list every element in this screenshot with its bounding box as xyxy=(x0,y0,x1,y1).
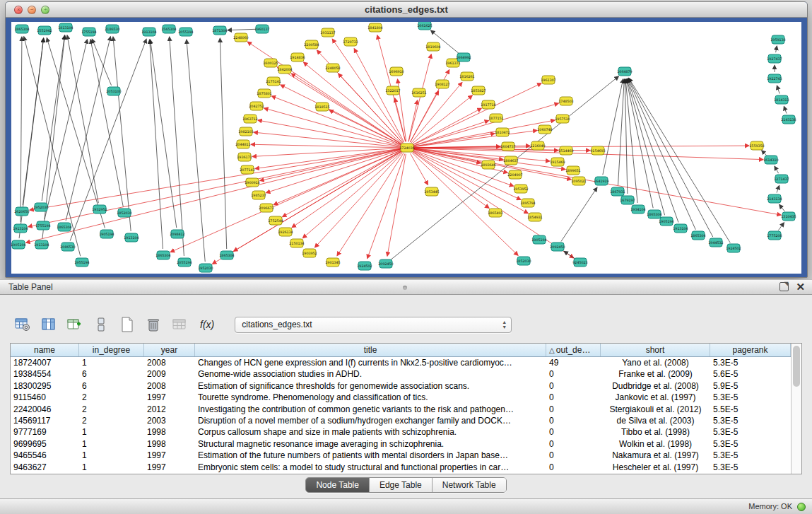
network-node[interactable]: 1960137 xyxy=(254,25,269,33)
network-edge[interactable] xyxy=(413,148,763,159)
network-node[interactable]: 1905194 xyxy=(531,235,546,244)
network-node[interactable]: 1814313 xyxy=(774,95,789,104)
network-node[interactable]: 1908127 xyxy=(435,80,449,88)
network-node[interactable]: 1514469 xyxy=(558,146,573,155)
network-edge[interactable] xyxy=(281,85,401,145)
network-node[interactable]: 1985237 xyxy=(251,191,266,199)
network-edge[interactable] xyxy=(387,154,406,256)
network-node[interactable]: 1905194 xyxy=(99,230,114,238)
network-node[interactable]: 1899651 xyxy=(565,166,580,175)
network-node[interactable]: 2092450 xyxy=(378,259,393,268)
close-panel-icon[interactable]: ✕ xyxy=(796,282,805,291)
network-node[interactable]: 1917718 xyxy=(481,100,495,109)
network-node[interactable]: 1915469 xyxy=(550,158,565,166)
table-row[interactable]: 2242004622012Investigating the contribut… xyxy=(11,404,791,415)
network-edge[interactable] xyxy=(784,106,787,113)
network-node[interactable]: 2096673 xyxy=(259,204,273,212)
network-node[interactable]: 2143138 xyxy=(781,115,796,124)
network-node[interactable]: 2042752 xyxy=(249,102,264,110)
network-node[interactable]: 1604737 xyxy=(500,142,515,151)
network-node[interactable]: 1952030 xyxy=(198,264,213,272)
network-node[interactable]: 1927437 xyxy=(767,54,782,63)
scrollbar-thumb[interactable] xyxy=(793,346,800,387)
table-row[interactable]: 1456911722003Disruption of a novel membe… xyxy=(11,415,791,426)
column-header-out-degree[interactable]: △out_de… xyxy=(546,344,601,356)
network-edge[interactable] xyxy=(762,151,767,156)
network-node[interactable]: 2053100 xyxy=(106,87,121,95)
network-node[interactable]: 1865304 xyxy=(14,25,29,33)
network-edge[interactable] xyxy=(626,79,653,208)
network-node[interactable]: 1934104 xyxy=(630,205,645,214)
network-graph[interactable]: 1724036184180417297331931137220058419148… xyxy=(11,22,801,274)
network-node[interactable]: 1936171 xyxy=(237,153,252,161)
network-node[interactable]: 2086530 xyxy=(60,243,75,251)
network-edge[interactable] xyxy=(413,134,495,147)
network-edge[interactable] xyxy=(412,95,472,144)
network-node[interactable]: 1060748 xyxy=(537,125,552,134)
network-node[interactable]: 2248058 xyxy=(325,64,340,72)
network-edge[interactable] xyxy=(337,153,404,256)
column-header-pagerank[interactable]: pagerank xyxy=(710,344,791,356)
network-node[interactable]: 1913104 xyxy=(124,233,139,242)
tab-network-table[interactable]: Network Table xyxy=(433,478,506,492)
network-node[interactable]: 1841804 xyxy=(367,23,382,32)
network-node[interactable]: 2175141 xyxy=(266,77,281,86)
network-node[interactable]: 2143134 xyxy=(767,194,782,203)
network-node[interactable]: 1893646 xyxy=(481,160,495,169)
network-edge[interactable] xyxy=(564,251,575,259)
network-edge[interactable] xyxy=(408,100,418,141)
network-node[interactable]: 1661625 xyxy=(417,22,432,30)
network-edge[interactable] xyxy=(258,120,401,146)
network-node[interactable]: 2150134 xyxy=(289,239,304,247)
network-edge[interactable] xyxy=(603,79,623,175)
network-node[interactable]: 1865304 xyxy=(647,210,661,218)
network-edge[interactable] xyxy=(277,67,401,144)
table-selector-dropdown[interactable]: citations_edges.txt ▲▼ xyxy=(235,317,512,333)
network-node[interactable]: 2098412 xyxy=(170,230,184,238)
network-node[interactable]: 2077143 xyxy=(240,165,254,174)
table-row[interactable]: 977716911998Corpus callosum shape and si… xyxy=(11,426,791,438)
network-node[interactable]: 1095021 xyxy=(571,177,586,185)
network-node[interactable]: 1641919 xyxy=(594,177,608,185)
network-node[interactable]: 1755194 xyxy=(35,221,50,230)
network-node[interactable]: 1551942 xyxy=(37,26,52,35)
network-node[interactable]: 1931137 xyxy=(320,28,335,37)
table-row[interactable]: 946362711997Embryonic stem cells: a mode… xyxy=(11,462,791,473)
network-node[interactable]: 1953445 xyxy=(424,187,439,196)
network-node[interactable]: 1963712 xyxy=(242,115,257,123)
network-node[interactable]: 1924502 xyxy=(357,262,372,270)
network-node[interactable]: 1865304 xyxy=(57,223,71,231)
network-node[interactable]: 1813104 xyxy=(58,23,73,32)
network-node[interactable]: 1865304 xyxy=(219,251,234,259)
network-node[interactable]: 1905194 xyxy=(11,240,26,249)
network-node[interactable]: 2044811 xyxy=(235,140,250,148)
network-node[interactable]: 1819604 xyxy=(425,42,440,51)
network-node[interactable]: 1752544 xyxy=(268,216,283,225)
network-node[interactable]: 1322017 xyxy=(385,86,400,95)
table-row[interactable]: 1830029562008Estimation of significance … xyxy=(11,380,791,392)
network-node[interactable]: 1729733 xyxy=(343,37,358,46)
network-node[interactable]: 1913104 xyxy=(34,240,49,249)
network-edge[interactable] xyxy=(266,150,401,193)
network-node[interactable]: 2092450 xyxy=(550,243,565,251)
network-node[interactable]: 1905194 xyxy=(659,217,673,226)
network-node[interactable]: 1616251 xyxy=(411,88,426,97)
network-canvas[interactable]: 1724036184180417297331931137220058419148… xyxy=(11,22,801,274)
network-edge[interactable] xyxy=(151,40,177,228)
network-edge[interactable] xyxy=(314,153,402,247)
network-node[interactable]: 1696910 xyxy=(389,67,404,76)
network-node[interactable]: 2248060 xyxy=(233,33,248,42)
network-edge[interactable] xyxy=(47,38,105,228)
network-node[interactable]: 2055194 xyxy=(178,28,193,36)
network-edge[interactable] xyxy=(42,35,64,201)
network-edge[interactable] xyxy=(291,74,401,144)
column-header-title[interactable]: title xyxy=(195,344,546,356)
network-edge[interactable] xyxy=(70,39,146,240)
network-node[interactable]: 1664992 xyxy=(456,53,471,62)
network-node[interactable]: 1865493 xyxy=(488,209,502,217)
network-node[interactable]: 1865304 xyxy=(155,251,170,259)
network-node[interactable]: 1854931 xyxy=(527,213,542,221)
network-edge[interactable] xyxy=(391,76,618,259)
network-edge[interactable] xyxy=(170,37,184,256)
network-edge[interactable] xyxy=(45,40,87,220)
